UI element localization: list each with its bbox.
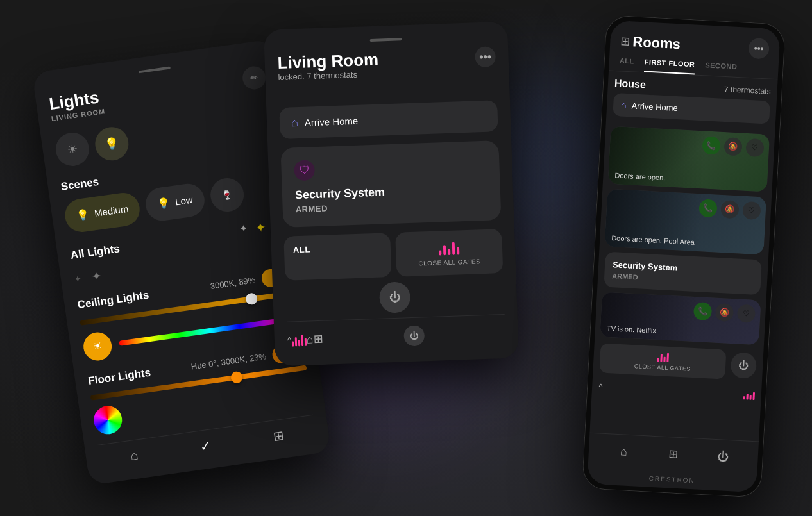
- bars-icon[interactable]: [291, 333, 307, 347]
- room-card-plant[interactable]: 📞 🔕 ♡ Doors are open.: [608, 126, 770, 192]
- bulb-icon: 💡: [104, 135, 120, 151]
- home-icon: ⌂: [291, 116, 299, 129]
- room-heart-button-2[interactable]: ♡: [742, 201, 761, 220]
- bulb-low-icon: 💡: [156, 197, 171, 211]
- brightness-med-icon: ✦: [238, 222, 249, 241]
- tab-second-floor[interactable]: SECOND: [705, 61, 738, 77]
- phone-security-title: Security System: [613, 260, 678, 272]
- thermostat-count: 7 thermostats: [724, 85, 771, 96]
- phone-close-gates-button[interactable]: CLOSE ALL GATES: [599, 343, 726, 379]
- phone-more-button[interactable]: •••: [748, 38, 770, 60]
- scene-low-button[interactable]: 💡 Low: [144, 181, 207, 222]
- nav-check-icon[interactable]: ✓: [199, 437, 212, 454]
- security-card[interactable]: 🛡 Security System ARMED: [280, 140, 501, 228]
- ceiling-color-button[interactable]: ☀: [81, 330, 114, 362]
- more-options-button[interactable]: •••: [475, 46, 496, 67]
- dim-icon-1: ✦: [73, 273, 82, 285]
- chevron-up-phone-icon[interactable]: ^: [598, 381, 603, 392]
- dim-icon-2: ✦: [90, 268, 102, 283]
- phone-device: ⊞ Rooms ••• ALL FIRST FLOOR SECOND House…: [582, 15, 786, 498]
- floor-temp-label: Hue 0°, 3000K, 23%: [190, 351, 267, 371]
- phone-power-button[interactable]: ⏻: [730, 352, 757, 379]
- light-on-button[interactable]: 💡: [93, 125, 131, 163]
- shield-icon: 🛡: [294, 160, 315, 181]
- room-bell-button-1[interactable]: 🔕: [723, 137, 742, 156]
- phone-arrive-label: Arrive Home: [631, 101, 678, 113]
- phone-nav-home[interactable]: ⌂: [612, 440, 636, 464]
- phone-nav-grid[interactable]: ⊞: [661, 442, 686, 467]
- all-label: ALL: [293, 242, 382, 255]
- room-card-tv[interactable]: 📞 🔕 ♡ TV is on. Netflix: [600, 292, 761, 345]
- sun-circle-icon: ☀: [92, 340, 103, 353]
- living-room-panel: Living Room locked. 7 thermostats ••• ⌂ …: [264, 22, 519, 367]
- edit-button[interactable]: ✏: [241, 65, 267, 91]
- bulb-medium-icon: 💡: [76, 208, 90, 222]
- close-gates-card[interactable]: CLOSE ALL GATES: [395, 229, 503, 277]
- all-lights-label: All Lights: [70, 242, 121, 262]
- ceiling-temp-label: 3000K, 89%: [210, 275, 256, 291]
- phone-nav-power[interactable]: ⏻: [711, 445, 735, 469]
- room-call-button-2[interactable]: 📞: [698, 199, 717, 217]
- room-bell-button-2[interactable]: 🔕: [720, 200, 739, 219]
- light-off-button[interactable]: ☀: [54, 130, 92, 168]
- phone-home-icon: ⌂: [621, 100, 627, 110]
- power-button[interactable]: ⏻: [379, 281, 411, 313]
- ceiling-color-slider[interactable]: [119, 315, 300, 345]
- arrive-home-button[interactable]: ⌂ Arrive Home: [279, 100, 498, 139]
- all-card[interactable]: ALL: [283, 233, 391, 281]
- drag-handle-mid: [370, 38, 402, 42]
- tab-all[interactable]: ALL: [619, 56, 634, 71]
- nav-home-mid-icon[interactable]: ⌂: [306, 333, 314, 346]
- room-card-pool[interactable]: 📞 🔕 ♡ Doors are open. Pool Area: [605, 189, 766, 255]
- arrive-home-label: Arrive Home: [305, 115, 359, 128]
- close-gates-label: CLOSE ALL GATES: [405, 258, 494, 268]
- nav-grid-icon[interactable]: ⊞: [273, 427, 285, 444]
- room-call-button-3[interactable]: 📞: [693, 302, 712, 320]
- living-room-title: Living Room: [277, 51, 378, 72]
- brightness-high-icon: ✦: [254, 219, 267, 238]
- ceiling-lights-label: Ceiling Lights: [76, 288, 149, 311]
- nav-grid-mid-icon[interactable]: ⊞: [313, 332, 323, 347]
- room-heart-button-3[interactable]: ♡: [737, 304, 756, 323]
- room-call-button-1[interactable]: 📞: [702, 136, 720, 154]
- scene-away-button[interactable]: 🍷: [208, 176, 246, 213]
- signal-bars-icon[interactable]: [743, 389, 755, 400]
- house-title: House: [614, 78, 647, 91]
- rooms-title: Rooms: [632, 33, 749, 56]
- nav-home-icon[interactable]: ⌂: [130, 447, 139, 463]
- power-icon-phone: ⏻: [738, 360, 749, 372]
- sun-off-icon: ☀: [66, 142, 78, 157]
- power-small-button[interactable]: ⏻: [403, 326, 425, 347]
- room-bell-button-3[interactable]: 🔕: [715, 303, 734, 322]
- tab-first-floor[interactable]: FIRST FLOOR: [644, 58, 695, 74]
- wine-icon: 🍷: [221, 189, 233, 201]
- floor-lights-label: Floor Lights: [87, 366, 151, 387]
- phone-security-card[interactable]: Security System ARMED: [604, 252, 762, 295]
- scene-medium-button[interactable]: 💡 Medium: [63, 190, 142, 234]
- room-heart-button-1[interactable]: ♡: [745, 138, 764, 157]
- grid-icon: ⊞: [620, 34, 630, 49]
- floor-color-button[interactable]: [92, 404, 124, 436]
- drag-handle: [139, 66, 171, 73]
